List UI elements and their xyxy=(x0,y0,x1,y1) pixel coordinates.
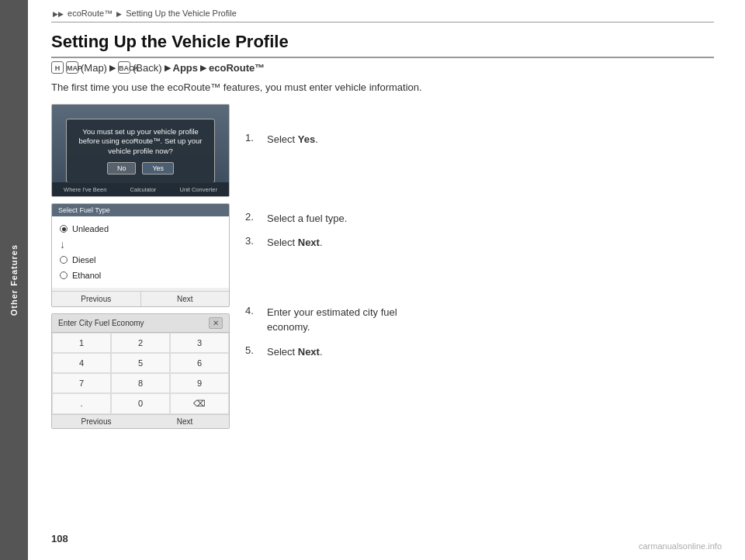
numpad-key-6[interactable]: 6 xyxy=(170,353,229,373)
dialog-bottom-item-2: Calculator xyxy=(130,186,157,193)
instruction-3-number: 3. xyxy=(245,235,261,251)
dialog-buttons: No Yes xyxy=(74,162,206,175)
fuel-label-unleaded: Unleaded xyxy=(72,224,109,233)
spacer-after-2 xyxy=(245,255,714,300)
nav-icon-h: H xyxy=(51,61,64,74)
numpad-key-4[interactable]: 4 xyxy=(52,353,111,373)
instruction-1: 1. Select Yes. xyxy=(245,127,714,152)
economy-footer: Previous Next xyxy=(52,414,229,428)
nav-apps: Apps xyxy=(173,62,199,74)
dialog-bottom-bar: Where I've Been Calculator Unit Converte… xyxy=(52,182,229,196)
instructions-col: 1. Select Yes. 2. Select a fuel type. 3.… xyxy=(245,104,714,544)
numpad-key-2[interactable]: 2 xyxy=(111,333,170,353)
numpad-key-0[interactable]: 0 xyxy=(111,393,170,414)
sidebar: Other Features xyxy=(0,0,28,560)
breadcrumb: ▶▶ ecoRoute™ ▶ Setting Up the Vehicle Pr… xyxy=(51,0,714,22)
instruction-5-number: 5. xyxy=(245,344,261,360)
dialog-yes-button[interactable]: Yes xyxy=(142,162,174,175)
instruction-4-number: 4. xyxy=(245,305,261,335)
scroll-arrow-down: ↓ xyxy=(60,237,221,252)
dialog-bottom-item-3: Unit Converter xyxy=(180,186,217,193)
fuel-radio-diesel xyxy=(60,256,68,264)
nav-icon-map: MAP xyxy=(66,61,78,74)
dialog-no-button[interactable]: No xyxy=(107,162,137,175)
instruction-5-bold: Next xyxy=(298,346,320,358)
fuel-previous-button[interactable]: Previous xyxy=(52,292,141,306)
page-title: Setting Up the Vehicle Profile xyxy=(51,32,714,58)
nav-arrow-2: ▶ xyxy=(165,63,171,73)
screenshot-economy: Enter City Fuel Economy ✕ 1 2 3 4 5 6 7 … xyxy=(51,313,230,429)
description: The first time you use the ecoRoute™ fea… xyxy=(51,81,714,93)
fuel-option-ethanol[interactable]: Ethanol xyxy=(60,268,221,283)
content-area: You must set up your vehicle profile bef… xyxy=(51,104,714,544)
fuel-next-button[interactable]: Next xyxy=(141,292,230,306)
nav-arrow-3: ▶ xyxy=(200,63,206,73)
fuel-body: Unleaded ↓ Diesel Ethanol xyxy=(52,216,229,288)
screenshots-col: You must set up your vehicle profile bef… xyxy=(51,104,230,544)
numpad-key-3[interactable]: 3 xyxy=(170,333,229,353)
economy-next-button[interactable]: Next xyxy=(140,415,229,428)
instruction-5-text: Select Next. xyxy=(267,344,323,360)
instruction-1-number: 1. xyxy=(245,132,261,147)
instruction-1-text: Select Yes. xyxy=(267,132,318,147)
numpad-key-8[interactable]: 8 xyxy=(111,373,170,393)
instruction-2-number: 2. xyxy=(245,211,261,226)
main-content: ▶▶ ecoRoute™ ▶ Setting Up the Vehicle Pr… xyxy=(28,0,745,560)
page-container: Other Features ▶▶ ecoRoute™ ▶ Setting Up… xyxy=(0,0,745,560)
instruction-2: 2. Select a fuel type. xyxy=(245,206,714,231)
fuel-footer: Previous Next xyxy=(52,291,229,306)
fuel-label-diesel: Diesel xyxy=(72,255,96,264)
nav-line: H MAP (Map) ▶ BACK (Back) ▶ Apps ▶ ecoRo… xyxy=(51,61,714,74)
watermark: carmanualsonline.info xyxy=(639,541,722,551)
breadcrumb-item-setup: Setting Up the Vehicle Profile xyxy=(126,9,236,18)
economy-header: Enter City Fuel Economy ✕ xyxy=(52,314,229,333)
fuel-label-ethanol: Ethanol xyxy=(72,271,101,280)
dialog-bottom-item-1: Where I've Been xyxy=(64,186,106,193)
economy-clear-button[interactable]: ✕ xyxy=(209,317,223,329)
breadcrumb-text: ▶▶ ecoRoute™ ▶ Setting Up the Vehicle Pr… xyxy=(51,9,237,18)
nav-text-back: (Back) xyxy=(133,62,162,74)
fuel-option-unleaded[interactable]: Unleaded xyxy=(60,221,221,237)
numpad: 1 2 3 4 5 6 7 8 9 . 0 ⌫ xyxy=(52,333,229,414)
instruction-5: 5. Select Next. xyxy=(245,340,714,365)
sidebar-label: Other Features xyxy=(9,244,19,316)
nav-arrow-1: ▶ xyxy=(109,63,116,73)
instruction-1-bold: Yes xyxy=(298,133,315,145)
numpad-key-5[interactable]: 5 xyxy=(111,353,170,373)
economy-previous-button[interactable]: Previous xyxy=(52,415,140,428)
screenshot-dialog: You must set up your vehicle profile bef… xyxy=(51,104,230,197)
instruction-2-text: Select a fuel type. xyxy=(267,211,347,226)
screenshot-fuel: Select Fuel Type Unleaded ↓ Diesel xyxy=(51,203,230,307)
breadcrumb-arrow-2: ▶ xyxy=(116,10,122,18)
instruction-3-bold: Next xyxy=(298,237,320,248)
dialog-popup-text: You must set up your vehicle profile bef… xyxy=(74,127,206,156)
fuel-radio-ethanol xyxy=(60,271,68,279)
breadcrumb-arrow-1: ▶▶ xyxy=(53,10,64,18)
page-number: 108 xyxy=(51,533,68,544)
numpad-key-dot[interactable]: . xyxy=(52,393,111,414)
nav-text-map: (Map) xyxy=(81,62,107,74)
breadcrumb-item-ecoroute: ecoRoute™ xyxy=(68,9,113,18)
instruction-4: 4. Enter your estimated city fueleconomy… xyxy=(245,300,714,340)
instruction-4-text: Enter your estimated city fueleconomy. xyxy=(267,305,397,335)
instruction-3-text: Select Next. xyxy=(267,235,323,251)
instruction-3: 3. Select Next. xyxy=(245,230,714,255)
numpad-key-1[interactable]: 1 xyxy=(52,333,111,353)
fuel-option-diesel[interactable]: Diesel xyxy=(60,252,221,268)
dialog-popup: You must set up your vehicle profile bef… xyxy=(66,119,215,183)
economy-header-text: Enter City Fuel Economy xyxy=(58,319,144,327)
nav-icon-back: BACK xyxy=(118,61,130,74)
numpad-key-7[interactable]: 7 xyxy=(52,373,111,393)
numpad-key-backspace[interactable]: ⌫ xyxy=(170,393,229,414)
nav-ecoroute: ecoRoute™ xyxy=(209,62,265,74)
fuel-header: Select Fuel Type xyxy=(52,204,229,216)
spacer-after-1 xyxy=(245,152,714,206)
numpad-key-9[interactable]: 9 xyxy=(170,373,229,393)
fuel-radio-unleaded xyxy=(60,225,68,233)
